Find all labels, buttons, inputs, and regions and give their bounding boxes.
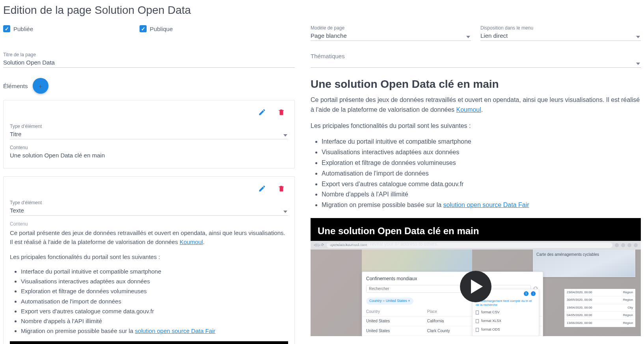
- table-row: 19/04/2020, 00:00City: [564, 304, 635, 312]
- page-model-label: Modèle de page: [311, 25, 471, 31]
- list-item: Automatisation de l'import de données: [21, 297, 288, 306]
- koumoul-link[interactable]: Koumoul: [456, 106, 481, 113]
- edit-element-button[interactable]: [257, 107, 268, 119]
- preview-heading: Une solution Open Data clé en main: [311, 78, 641, 91]
- chevron-down-icon: [466, 36, 470, 38]
- video-privacy-notice: Watching this video may reveal your IP a…: [318, 240, 634, 248]
- element-type-value: Titre: [10, 130, 288, 138]
- list-item: Nombre d'appels à l'API illimité: [21, 316, 288, 326]
- delete-element-button[interactable]: [276, 107, 287, 119]
- check-icon: ✓: [3, 25, 10, 32]
- side-table: 23/04/2020, 00:00Region30/05/2020, 00:00…: [564, 289, 635, 327]
- page-title-field[interactable]: Titre de la page Solution Open Data: [3, 52, 295, 68]
- video-title: Une solution Open Data clé en main: [18, 342, 166, 344]
- themes-select[interactable]: Thématiques: [311, 52, 641, 68]
- list-item: Nombre d'appels à l'API illimité: [322, 190, 641, 200]
- trash-icon: [278, 108, 285, 116]
- chevron-down-icon: [283, 211, 287, 213]
- menu-layout-label: Disposition dans le menu: [480, 25, 641, 31]
- data-fair-link[interactable]: solution open source Data Fair: [443, 202, 529, 208]
- page-title: Edition de la page Solution Open Data: [3, 4, 641, 17]
- list-item: Interface du portail intuitive et compat…: [322, 137, 641, 147]
- page-title-label: Titre de la page: [3, 52, 295, 57]
- list-item: Exploration et filtrage de données volum…: [322, 158, 641, 168]
- table-row: 23/04/2020, 00:00Region: [564, 289, 635, 296]
- content-value[interactable]: Une solution Open Data clé en main: [10, 152, 288, 159]
- menu-layout-value: Lien direct: [480, 31, 641, 40]
- page-model-value: Page blanche: [311, 31, 471, 40]
- chevron-down-icon: [636, 36, 640, 38]
- public-checkbox[interactable]: ✓ Publique: [140, 25, 173, 32]
- element-card: Type d'élément Texte Contenu Ce portail …: [3, 176, 295, 344]
- video-embed: Une solution Open Data clé en main Watch…: [311, 218, 641, 336]
- list-item: Export vers d'autres catalogue comme dat…: [322, 179, 641, 189]
- element-type-label: Type d'élément: [10, 124, 288, 129]
- table-row: 30/05/2020, 00:00Region: [564, 296, 635, 304]
- preview-text: .: [203, 239, 205, 245]
- elements-heading: Éléments: [3, 83, 28, 89]
- preview-text: Ce portail présente des jeux de données …: [10, 229, 285, 245]
- delete-element-button[interactable]: [276, 183, 287, 195]
- list-item: Visualisations interactives adaptées aux…: [322, 148, 641, 157]
- list-item: Exploration et filtrage de données volum…: [21, 287, 288, 296]
- menu-layout-select[interactable]: Disposition dans le menu Lien direct: [480, 25, 641, 41]
- map-tile: Carte des aménagements cyclables: [533, 250, 635, 277]
- chevron-down-icon: [636, 63, 640, 65]
- plus-icon: +: [39, 83, 42, 89]
- download-format: format ODS: [473, 326, 539, 334]
- preview-text: Les pricipales fonctionalités du portail…: [311, 121, 641, 131]
- features-list: Interface du portail intuitive et compat…: [10, 267, 288, 336]
- pencil-icon: [258, 185, 266, 192]
- page-title-value: Solution Open Data: [3, 58, 295, 67]
- table-row: 13/06/2020, 00:00Region: [564, 320, 635, 327]
- filter-chip: Country = United States ×: [366, 298, 413, 305]
- video-title: Une solution Open Data clé en main: [318, 224, 634, 238]
- check-icon: ✓: [140, 25, 147, 32]
- element-type-value: Texte: [10, 206, 288, 215]
- add-element-button[interactable]: +: [33, 78, 48, 94]
- content-label: Contenu: [10, 221, 288, 227]
- features-list: Interface du portail intuitive et compat…: [311, 137, 641, 210]
- content-label: Contenu: [10, 145, 288, 150]
- element-type-select[interactable]: Type d'élément Titre: [10, 124, 288, 139]
- element-card: Type d'élément Titre Contenu Une solutio…: [3, 100, 295, 168]
- preview-text: .: [481, 106, 483, 113]
- data-fair-link[interactable]: solution open source Data Fair: [135, 327, 215, 334]
- list-item: Migration on premise possible basée sur …: [21, 326, 288, 335]
- download-format: format XLSX: [473, 317, 539, 326]
- koumoul-link[interactable]: Koumoul: [180, 239, 203, 245]
- play-button[interactable]: [460, 271, 491, 302]
- list-item: Automatisation de l'import de données: [322, 169, 641, 179]
- element-type-select[interactable]: Type d'élément Texte: [10, 200, 288, 216]
- list-item: Interface du portail intuitive et compat…: [21, 267, 288, 276]
- list-item: Migration on premise possible basée sur …: [322, 200, 641, 210]
- pencil-icon: [258, 108, 266, 116]
- col-header: Country: [362, 307, 423, 316]
- badge-icon: 1: [524, 291, 529, 296]
- published-checkbox[interactable]: ✓ Publiée: [3, 25, 33, 32]
- list-item: Export vers d'autres catalogue comme dat…: [21, 307, 288, 316]
- video-preview: Une solution Open Data clé en main: [10, 341, 288, 344]
- map-title: Carte des aménagements cyclables: [536, 252, 599, 258]
- table-row: 04/05/2020, 00:00Region: [564, 312, 635, 319]
- element-type-label: Type d'élément: [10, 200, 288, 205]
- themes-label: Thématiques: [311, 52, 641, 60]
- list-item: Visualisations interactives adaptées aux…: [21, 277, 288, 286]
- panel-title: Confinements mondiaux: [362, 272, 543, 285]
- published-label: Publiée: [13, 26, 33, 32]
- text-content-preview[interactable]: Ce portail présente des jeux de données …: [10, 228, 288, 344]
- page-model-select[interactable]: Modèle de page Page blanche: [311, 25, 471, 41]
- public-label: Publique: [150, 26, 173, 32]
- download-icon: ↓: [531, 291, 536, 296]
- download-format: format CSV: [473, 308, 539, 317]
- preview-text: Les pricipales fonctionalités du portail…: [10, 252, 288, 261]
- trash-icon: [278, 185, 285, 192]
- chevron-down-icon: [283, 134, 287, 137]
- edit-element-button[interactable]: [257, 183, 268, 195]
